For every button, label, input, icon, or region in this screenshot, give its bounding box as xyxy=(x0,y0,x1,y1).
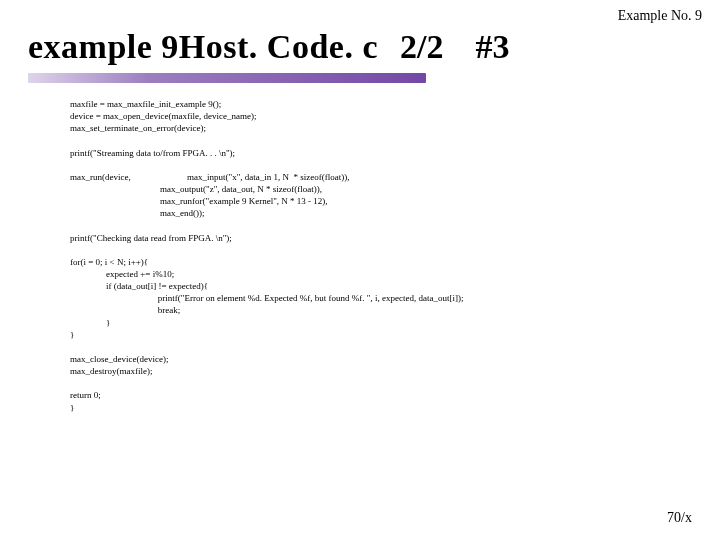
title-hash: #3 xyxy=(475,28,509,66)
title-row: example 9Host. Code. c 2/2 #3 xyxy=(28,28,702,66)
title-page-indicator: 2/2 xyxy=(400,28,443,66)
code-block: maxfile = max_maxfile_init_example 9(); … xyxy=(70,98,690,414)
title-filename: example 9Host. Code. c xyxy=(28,28,378,66)
header-label: Example No. 9 xyxy=(618,8,702,24)
title-underline xyxy=(28,73,426,83)
footer-page-number: 70/x xyxy=(667,510,692,526)
